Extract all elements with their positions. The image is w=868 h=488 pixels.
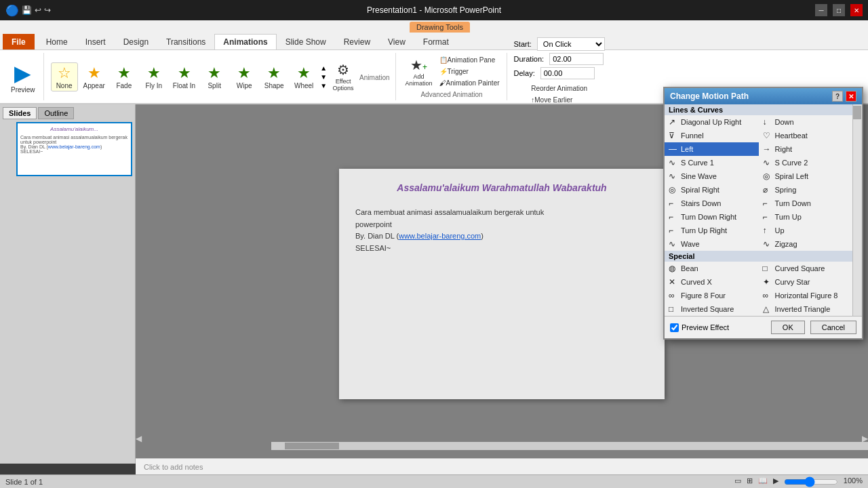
dialog-item-invertedtriangle[interactable]: △ Inverted Triangle [759,302,853,316]
animation-painter-btn[interactable]: 🖌 Animation Painter [438,78,501,88]
dialog-item-spring[interactable]: ⌀ Spring [759,183,853,197]
tab-slideshow[interactable]: Slide Show [277,34,335,49]
slide-link[interactable]: www.belajar-bareng.com [399,232,481,240]
slide-thumbnail[interactable]: Assalamu'alaikum... Cara membuat animasi… [16,122,132,176]
undo-icon[interactable]: ↩ [35,5,41,15]
dialog-item-curvystar[interactable]: ✦ Curvy Star [759,275,853,289]
cancel-button[interactable]: Cancel [810,321,856,334]
horizontal-scrollbar[interactable] [271,442,868,450]
change-motion-path-dialog[interactable]: Change Motion Path ? ✕ Lines & Curves ↗ … [663,87,863,340]
office-icon: 🔵 [5,4,19,17]
anim-flyin[interactable]: ★ Fly In [140,63,167,91]
stairsdown-icon: ⌐ [669,199,678,208]
tab-file[interactable]: File [3,34,35,49]
zoom-level: 100% [844,476,863,487]
dialog-item-right[interactable]: → Right [759,142,853,156]
dialog-scrollbar[interactable] [852,104,862,316]
anim-wheel[interactable]: ★ Wheel [290,63,317,91]
dialog-title-buttons: ? ✕ [832,91,856,102]
add-animation-btn[interactable]: ★+ Add Animation [403,56,435,88]
dialog-item-turndown[interactable]: ⌐ Turn Down [759,197,853,210]
sinewave-icon: ∿ [669,171,678,181]
tab-insert[interactable]: Insert [77,34,115,49]
dialog-item-bean[interactable]: ◍ Bean [665,262,759,275]
delay-input[interactable] [540,67,595,79]
dialog-item-sinewave[interactable]: ∿ Sine Wave [665,169,759,183]
dialog-item-diagonal-up-right[interactable]: ↗ Diagonal Up Right [665,115,759,129]
slide-body: Cara membuat animasi assalamualaikum ber… [355,207,544,254]
maximize-btn[interactable]: □ [833,4,845,16]
tab-animations[interactable]: Animations [214,34,276,49]
add-animation-icon: ★+ [410,57,427,73]
anim-appear[interactable]: ★ Appear [81,63,108,91]
dialog-item-funnel[interactable]: ⊽ Funnel [665,129,759,142]
dialog-item-spiralleft[interactable]: ◎ Spiral Left [759,169,853,183]
wheel-icon: ★ [297,64,311,82]
dialog-item-scurve1[interactable]: ∿ S Curve 1 [665,156,759,169]
drawing-tools-tab[interactable]: Drawing Tools [410,22,470,33]
scroll-left-btn[interactable]: ◀ [136,434,142,443]
dialog-close-btn[interactable]: ✕ [846,91,856,102]
start-dropdown[interactable]: On Click With Previous After Previous [537,37,605,51]
tab-review[interactable]: Review [335,34,379,49]
dialog-item-up[interactable]: ↑ Up [759,224,853,237]
dialog-item-curvedx[interactable]: ✕ Curved X [665,275,759,289]
dialog-item-left[interactable]: — Left [665,142,759,156]
spiralleft-icon: ◎ [763,171,772,181]
preview-checkbox-input[interactable] [670,323,679,332]
dialog-help-btn[interactable]: ? [832,91,843,102]
tab-design[interactable]: Design [115,34,157,49]
anim-none[interactable]: ☆ None [51,62,78,92]
anim-floatin[interactable]: ★ Float In [170,63,198,91]
move-earlier-btn[interactable]: ↑ Move Earlier [528,95,590,105]
zoom-slider[interactable] [784,476,838,487]
tab-view[interactable]: View [379,34,414,49]
view-slideshow-btn[interactable]: ▶ [773,476,778,487]
dialog-item-turnupright[interactable]: ⌐ Turn Up Right [665,224,759,237]
dialog-item-invertedsquare[interactable]: □ Inverted Square [665,302,759,316]
view-slidesorter-btn[interactable]: ⊞ [747,476,753,487]
notes-bar[interactable]: Click to add notes [136,458,868,474]
scroll-down-btn[interactable]: ▼ [320,73,327,81]
preview-button[interactable]: ▶ Preview [8,59,38,95]
dialog-item-wave[interactable]: ∿ Wave [665,237,759,251]
tab-slides[interactable]: Slides [3,107,37,119]
slide-canvas[interactable]: Assalamu'alaikum Warahmatullah Wabaraktu… [339,169,665,399]
trigger-btn[interactable]: ⚡ Trigger [438,66,501,77]
scroll-up-btn[interactable]: ▲ [320,64,327,72]
dialog-item-down[interactable]: ↓ Down [759,115,853,129]
redo-icon[interactable]: ↪ [44,5,51,15]
dialog-item-scurve2[interactable]: ∿ S Curve 2 [759,156,853,169]
effect-options-btn[interactable]: ⚙ Effect Options [330,60,357,93]
turnupright-icon: ⌐ [669,226,678,235]
anim-wipe[interactable]: ★ Wipe [231,63,258,91]
dialog-item-heartbeat[interactable]: ♡ Heartbeat [759,129,853,142]
tab-transitions[interactable]: Transitions [157,34,214,49]
dialog-item-zigzag[interactable]: ∿ Zigzag [759,237,853,251]
reorder-btn[interactable]: Reorder Animation [528,83,590,94]
dialog-item-curvedsquare[interactable]: □ Curved Square [759,262,853,275]
expand-animations-btn[interactable]: ▼ [320,82,327,89]
duration-input[interactable] [549,53,604,65]
dialog-item-spiralright[interactable]: ◎ Spiral Right [665,183,759,197]
dialog-item-turndownright[interactable]: ⌐ Turn Down Right [665,210,759,224]
anim-fade[interactable]: ★ Fade [111,63,138,91]
quick-save-icon[interactable]: 💾 [22,5,32,15]
dialog-item-figure8four[interactable]: ∞ Figure 8 Four [665,289,759,302]
minimize-btn[interactable]: ─ [815,4,827,16]
tab-outline[interactable]: Outline [38,107,74,119]
anim-shape[interactable]: ★ Shape [260,63,288,91]
ok-button[interactable]: OK [771,321,805,334]
dialog-item-turnup[interactable]: ⌐ Turn Up [759,210,853,224]
animation-pane-btn[interactable]: 📋 Animation Pane [438,55,501,65]
dialog-item-stairsdown[interactable]: ⌐ Stairs Down [665,197,759,210]
view-reading-btn[interactable]: 📖 [758,476,768,487]
dialog-item-horizontalfigure8[interactable]: ∞ Horizontal Figure 8 [759,289,853,302]
right-icon: → [763,144,772,154]
view-normal-btn[interactable]: ▭ [734,476,741,487]
close-btn[interactable]: ✕ [850,4,863,16]
tab-home[interactable]: Home [37,34,77,49]
tab-format[interactable]: Format [414,34,458,49]
anim-split[interactable]: ★ Split [201,63,228,91]
preview-effect-checkbox[interactable]: Preview Effect [670,323,729,332]
